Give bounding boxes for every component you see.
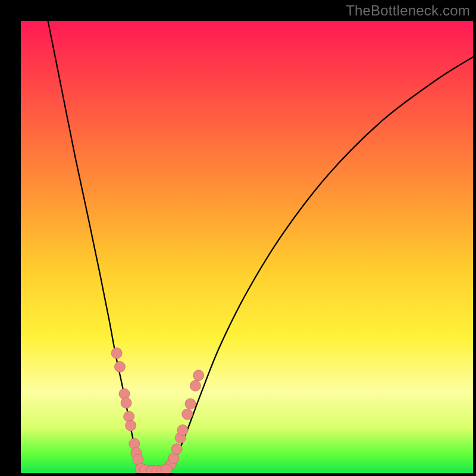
right-beads-dot (171, 444, 182, 455)
bottom-beads-dot (161, 464, 172, 473)
chart-svg (21, 21, 473, 473)
right-beads-dot (190, 380, 201, 391)
left-beads-dot (126, 420, 136, 431)
left-beads-dot (129, 439, 140, 449)
bottleneck-curve (48, 21, 473, 472)
left-beads-dot (111, 348, 122, 359)
left-beads-dot (119, 389, 130, 399)
plot-area (21, 21, 473, 473)
curve-layer (48, 21, 473, 472)
left-beads-dot (121, 397, 131, 408)
left-beads-dot (114, 361, 125, 372)
right-beads-dot (177, 425, 188, 436)
right-beads-dot (193, 370, 204, 381)
left-beads-dot (124, 411, 134, 422)
right-beads-dot (182, 409, 193, 419)
beads-layer (111, 348, 204, 473)
chart-frame: TheBottleneck.com (0, 0, 476, 476)
right-beads-dot (185, 399, 196, 409)
watermark-text: TheBottleneck.com (346, 2, 470, 19)
